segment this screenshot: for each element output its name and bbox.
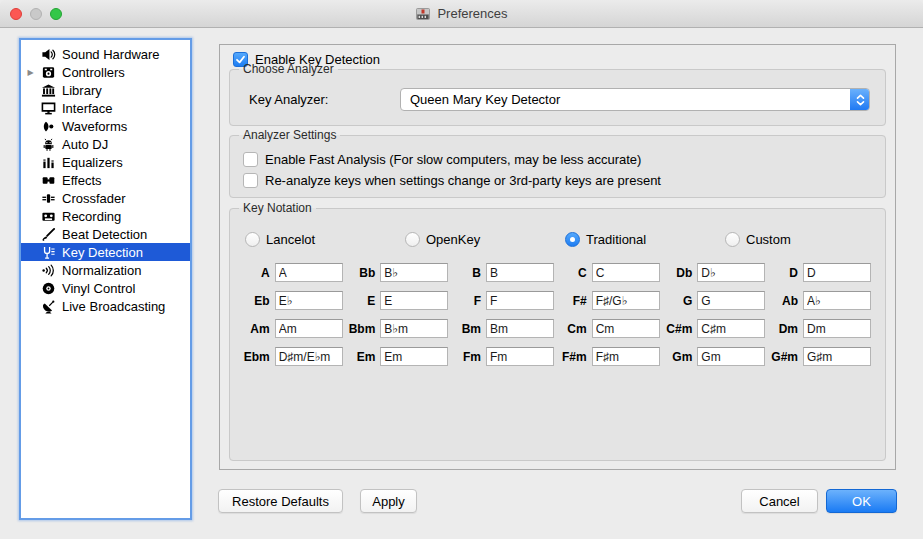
key-label: G#m xyxy=(771,350,798,364)
sidebar-item-label: Crossfader xyxy=(62,191,126,206)
key-notation-input-fm[interactable] xyxy=(486,347,554,366)
key-cell-b: B xyxy=(454,263,554,282)
sidebar-item-sound-hardware[interactable]: Sound Hardware xyxy=(21,45,190,63)
radio-label: Traditional xyxy=(586,232,646,247)
key-notation-input-bb[interactable] xyxy=(380,263,448,282)
sidebar-item-vinyl-control[interactable]: Vinyl Control xyxy=(21,279,190,297)
radio-button[interactable] xyxy=(245,232,260,247)
sidebar-item-label: Waveforms xyxy=(62,119,127,134)
key-cell-bm: Bm xyxy=(454,319,554,338)
sidebar-item-live-broadcasting[interactable]: Live Broadcasting xyxy=(21,297,190,315)
key-cell-f: F xyxy=(454,291,554,310)
key-notation-input-bm[interactable] xyxy=(486,319,554,338)
sidebar-item-effects[interactable]: Effects xyxy=(21,171,190,189)
sidebar-item-crossfader[interactable]: Crossfader xyxy=(21,189,190,207)
key-notation-input-d[interactable] xyxy=(803,263,871,282)
option-row-re-analyze-keys-when-settings-: Re-analyze keys when settings change or … xyxy=(243,171,885,190)
key-notation-input-dm[interactable] xyxy=(803,319,871,338)
sidebar-item-label: Effects xyxy=(62,173,102,188)
sidebar-item-key-detection[interactable]: Key Detection xyxy=(21,243,190,261)
key-notation-input-db[interactable] xyxy=(697,263,765,282)
satellite-dish-icon xyxy=(40,298,56,314)
key-notation-input-gm[interactable] xyxy=(697,347,765,366)
close-button[interactable] xyxy=(10,8,22,20)
radio-button[interactable] xyxy=(725,232,740,247)
window-title: Preferences xyxy=(437,6,507,21)
sidebar-item-label: Beat Detection xyxy=(62,227,147,242)
sidebar-item-auto-dj[interactable]: Auto DJ xyxy=(21,135,190,153)
sidebar-item-label: Interface xyxy=(62,101,113,116)
sidebar-item-controllers[interactable]: ▶Controllers xyxy=(21,63,190,81)
key-label: Gm xyxy=(666,350,693,364)
zoom-button[interactable] xyxy=(50,8,62,20)
key-analyzer-selected-value: Queen Mary Key Detector xyxy=(410,92,560,107)
key-notation-input-c[interactable] xyxy=(592,263,660,282)
key-label: F#m xyxy=(560,350,587,364)
notation-option-lancelot[interactable]: Lancelot xyxy=(245,232,405,247)
apply-button[interactable]: Apply xyxy=(360,489,417,513)
key-cell-g-m: G#m xyxy=(771,347,871,366)
key-analyzer-label: Key Analyzer: xyxy=(249,92,400,107)
choose-analyzer-group: Choose Analyzer Key Analyzer: Queen Mary… xyxy=(229,62,886,126)
sidebar-item-recording[interactable]: Recording xyxy=(21,207,190,225)
restore-defaults-button[interactable]: Restore Defaults xyxy=(218,489,343,513)
notation-option-openkey[interactable]: OpenKey xyxy=(405,232,565,247)
key-notation-input-ebm[interactable] xyxy=(275,347,343,366)
key-label: Bbm xyxy=(349,322,376,336)
key-label: E xyxy=(349,294,376,308)
key-notation-input-ab[interactable] xyxy=(803,291,871,310)
key-cell-eb: Eb xyxy=(243,291,343,310)
key-label: Dm xyxy=(771,322,798,336)
key-notation-input-g-m[interactable] xyxy=(803,347,871,366)
sidebar-item-label: Normalization xyxy=(62,263,141,278)
key-notation-input-a[interactable] xyxy=(275,263,343,282)
key-notation-input-c-m[interactable] xyxy=(697,319,765,338)
waveform-icon xyxy=(40,118,56,134)
checkbox[interactable] xyxy=(243,173,258,188)
notation-option-custom[interactable]: Custom xyxy=(725,232,885,247)
tuning-fork-icon xyxy=(40,244,56,260)
key-label: Db xyxy=(666,266,693,280)
key-cell-bb: Bb xyxy=(349,263,449,282)
key-notation-input-am[interactable] xyxy=(275,319,343,338)
notation-option-traditional[interactable]: Traditional xyxy=(565,232,725,247)
cancel-button[interactable]: Cancel xyxy=(741,489,818,513)
key-label: Fm xyxy=(454,350,481,364)
key-notation-input-b[interactable] xyxy=(486,263,554,282)
radio-button[interactable] xyxy=(405,232,420,247)
key-notation-input-f[interactable] xyxy=(592,291,660,310)
key-label: F xyxy=(454,294,481,308)
ok-button[interactable]: OK xyxy=(826,489,897,513)
sidebar-item-beat-detection[interactable]: Beat Detection xyxy=(21,225,190,243)
key-notation-input-cm[interactable] xyxy=(592,319,660,338)
sidebar-item-equalizers[interactable]: Equalizers xyxy=(21,153,190,171)
radio-button[interactable] xyxy=(565,232,580,247)
key-notation-input-f[interactable] xyxy=(486,291,554,310)
key-cell-em: Em xyxy=(349,347,449,366)
minimize-button[interactable] xyxy=(30,8,42,20)
sidebar-item-label: Sound Hardware xyxy=(62,47,160,62)
radio-label: Custom xyxy=(746,232,791,247)
key-label: Bm xyxy=(454,322,481,336)
sidebar-item-label: Equalizers xyxy=(62,155,123,170)
sidebar-item-library[interactable]: Library xyxy=(21,81,190,99)
disclosure-triangle-icon[interactable]: ▶ xyxy=(21,68,40,77)
key-cell-ab: Ab xyxy=(771,291,871,310)
key-label: Ab xyxy=(771,294,798,308)
key-notation-input-em[interactable] xyxy=(380,347,448,366)
dropdown-chevrons-icon xyxy=(850,88,870,111)
key-analyzer-dropdown[interactable]: Queen Mary Key Detector xyxy=(400,88,870,111)
key-notation-input-eb[interactable] xyxy=(275,291,343,310)
checkbox[interactable] xyxy=(243,152,258,167)
robot-icon xyxy=(40,136,56,152)
sidebar-item-normalization[interactable]: Normalization xyxy=(21,261,190,279)
key-label: D xyxy=(771,266,798,280)
sidebar-item-interface[interactable]: Interface xyxy=(21,99,190,117)
sidebar-item-waveforms[interactable]: Waveforms xyxy=(21,117,190,135)
key-label: A xyxy=(243,266,270,280)
key-cell-a: A xyxy=(243,263,343,282)
key-notation-input-f-m[interactable] xyxy=(592,347,660,366)
key-notation-input-bbm[interactable] xyxy=(380,319,448,338)
key-notation-input-g[interactable] xyxy=(697,291,765,310)
key-notation-input-e[interactable] xyxy=(380,291,448,310)
